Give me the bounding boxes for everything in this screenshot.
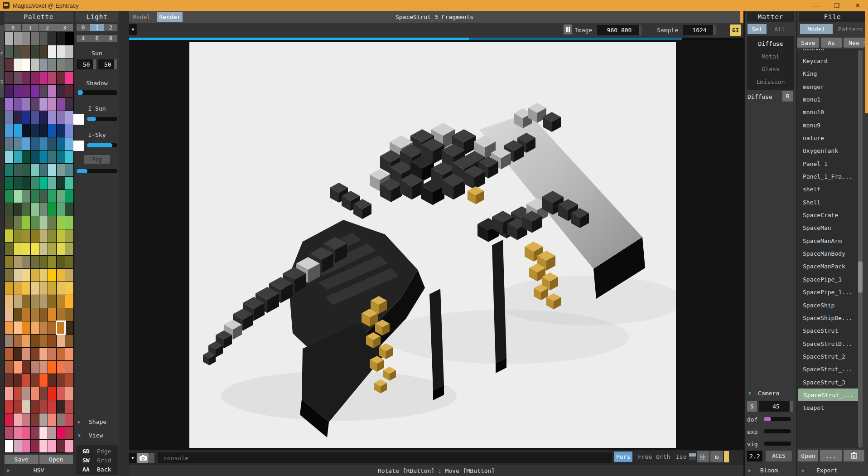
palette-swatch[interactable] [65, 137, 73, 150]
palette-swatch[interactable] [5, 229, 13, 242]
projection-iso[interactable]: Iso [674, 452, 689, 462]
export-label[interactable]: Export [816, 467, 838, 474]
palette-swatch[interactable] [31, 400, 39, 413]
render-canvas[interactable] [129, 40, 743, 450]
palette-swatch[interactable] [5, 190, 13, 203]
vig-slider[interactable] [764, 442, 791, 446]
view-option-value[interactable]: Edge [97, 448, 111, 455]
palette-swatch[interactable] [48, 203, 56, 216]
palette-swatch[interactable] [31, 361, 39, 374]
tab-render[interactable]: Render [157, 12, 183, 22]
isky-slider[interactable] [87, 143, 117, 147]
file-item[interactable]: Panel_1 [797, 157, 862, 170]
dof-slider[interactable] [764, 417, 791, 421]
palette-swatch[interactable] [39, 32, 48, 45]
screenshot-button[interactable] [137, 453, 149, 463]
palette-swatch[interactable] [48, 229, 56, 242]
palette-swatch[interactable] [39, 72, 48, 84]
palette-swatch[interactable] [39, 111, 48, 124]
file-item[interactable]: SpaceMan [797, 222, 862, 234]
palette-swatch[interactable] [65, 413, 73, 426]
palette-swatch[interactable] [48, 111, 56, 124]
palette-swatch[interactable] [57, 124, 65, 137]
file-item[interactable]: monu1 [797, 93, 862, 106]
palette-swatch[interactable] [31, 111, 39, 124]
palette-swatch[interactable] [57, 85, 65, 97]
palette-swatch[interactable] [14, 177, 22, 189]
palette-swatch[interactable] [39, 282, 48, 295]
view-collapse-icon[interactable]: ▼ [78, 433, 81, 438]
palette-swatch[interactable] [5, 58, 13, 71]
file-item[interactable]: nature [797, 131, 862, 144]
palette-swatch[interactable] [5, 151, 13, 163]
palette-swatch[interactable] [48, 400, 56, 413]
camera-s-button[interactable]: S [747, 401, 757, 412]
file-item[interactable]: SpaceManArm [797, 234, 862, 247]
palette-swatch[interactable] [14, 282, 22, 295]
palette-swatch[interactable] [65, 400, 73, 413]
palette-swatch[interactable] [31, 321, 39, 334]
palette-swatch[interactable] [5, 413, 13, 426]
palette-swatch[interactable] [57, 229, 65, 242]
fog-slider[interactable] [77, 169, 117, 173]
palette-swatch[interactable] [65, 177, 73, 189]
file-item[interactable]: shelf [797, 183, 862, 196]
palette-swatch[interactable] [31, 229, 39, 242]
restore-button[interactable]: ❐ [826, 0, 847, 11]
palette-page-2[interactable]: 2 [39, 24, 56, 31]
palette-swatch[interactable] [57, 32, 65, 45]
palette-swatch[interactable] [31, 387, 39, 400]
view-option-row[interactable]: AABack [76, 466, 118, 475]
palette-swatch[interactable] [39, 177, 48, 189]
palette-swatch[interactable] [39, 45, 48, 58]
palette-swatch[interactable] [31, 308, 39, 321]
palette-swatch[interactable] [48, 256, 56, 268]
file-item[interactable]: SpaceStrut_... [797, 363, 862, 376]
palette-swatch[interactable] [48, 387, 56, 400]
isun-color-swatch[interactable] [73, 114, 84, 125]
palette-swatch[interactable] [65, 348, 73, 360]
palette-swatch[interactable] [14, 400, 22, 413]
pause-button[interactable] [564, 24, 572, 34]
palette-swatch[interactable] [65, 335, 73, 347]
palette-swatch[interactable] [57, 361, 65, 374]
palette-swatch[interactable] [5, 256, 13, 268]
palette-swatch[interactable] [31, 190, 39, 203]
palette-swatch[interactable] [39, 413, 48, 426]
palette-swatch[interactable] [39, 151, 48, 163]
light-bounce-8[interactable]: 8 [104, 35, 117, 42]
palette-swatch[interactable] [48, 321, 56, 334]
palette-swatch[interactable] [39, 427, 48, 439]
palette-swatch[interactable] [22, 321, 30, 334]
palette-swatch[interactable] [14, 361, 22, 374]
shadow-slider-knob[interactable] [77, 90, 83, 95]
palette-swatch[interactable] [31, 124, 39, 137]
palette-swatch[interactable] [22, 256, 30, 268]
palette-swatch[interactable] [57, 308, 65, 321]
palette-swatch[interactable] [5, 72, 13, 84]
palette-swatch[interactable] [14, 216, 22, 229]
palette-swatch[interactable] [22, 374, 30, 387]
file-new-button[interactable]: New [844, 38, 864, 48]
palette-swatch[interactable] [65, 308, 73, 321]
palette-swatch[interactable] [48, 151, 56, 163]
palette-swatch[interactable] [65, 32, 73, 45]
palette-swatch[interactable] [31, 256, 39, 268]
palette-swatch[interactable] [39, 361, 48, 374]
palette-swatch[interactable] [65, 164, 73, 176]
palette-swatch[interactable] [31, 282, 39, 295]
palette-swatch[interactable] [5, 387, 13, 400]
palette-swatch[interactable] [31, 243, 39, 255]
palette-swatch[interactable] [14, 374, 22, 387]
palette-swatch[interactable] [65, 374, 73, 387]
palette-swatch[interactable] [65, 190, 73, 203]
material-glass[interactable]: Glass [747, 63, 794, 75]
palette-swatch[interactable] [22, 295, 30, 308]
palette-swatch[interactable] [5, 164, 13, 176]
isky-color-swatch[interactable] [73, 141, 84, 151]
palette-swatch[interactable] [14, 229, 22, 242]
palette-swatch[interactable] [48, 58, 56, 71]
palette-swatch[interactable] [31, 177, 39, 189]
view-label[interactable]: View [89, 432, 103, 439]
yellow-handle[interactable] [724, 451, 729, 462]
